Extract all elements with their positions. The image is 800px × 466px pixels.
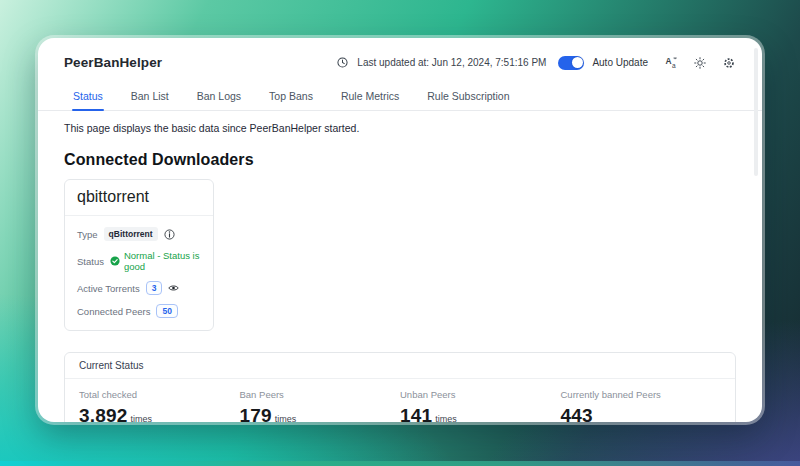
eye-icon[interactable] <box>168 283 179 294</box>
auto-update-label: Auto Update <box>592 57 648 68</box>
connected-peers-row: Connected Peers 50 <box>77 304 201 318</box>
language-switch-icon[interactable]: Aa <box>664 56 678 70</box>
type-badge: qBittorrent <box>104 227 158 241</box>
downloader-details: Type qBittorrent Status Normal - Status … <box>65 216 213 330</box>
stat-suffix: times <box>131 414 153 422</box>
stats-row: Total checked 3,892 times Ban Peers 179 … <box>65 379 735 422</box>
stat-total-checked: Total checked 3,892 times <box>79 389 240 422</box>
status-text: Normal - Status is good <box>124 250 201 272</box>
background-accent-strip <box>0 461 800 466</box>
header-controls: Last updated at: Jun 12, 2024, 7:51:16 P… <box>335 56 736 70</box>
type-label: Type <box>77 229 98 240</box>
stat-label: Currently banned Peers <box>561 389 722 400</box>
scrollbar[interactable] <box>754 48 758 176</box>
auto-update-toggle[interactable] <box>558 56 584 70</box>
stat-suffix: times <box>275 414 297 422</box>
current-status-panel: Current Status Total checked 3,892 times… <box>64 352 736 422</box>
tab-rule-subscription[interactable]: Rule Subscription <box>426 84 510 110</box>
info-icon[interactable] <box>164 229 175 240</box>
section-title-connected-downloaders: Connected Downloaders <box>64 151 736 169</box>
app-title: PeerBanHelper <box>64 55 162 70</box>
gear-icon[interactable] <box>722 56 736 70</box>
active-torrents-row: Active Torrents 3 <box>77 281 201 295</box>
svg-text:A: A <box>665 56 671 66</box>
stat-value: 141 <box>400 405 432 422</box>
app-window: PeerBanHelper Last updated at: Jun 12, 2… <box>38 38 762 422</box>
stat-unban-peers: Unban Peers 141 times <box>400 389 561 422</box>
clock-icon <box>335 56 349 70</box>
downloader-type-row: Type qBittorrent <box>77 227 201 241</box>
stat-label: Ban Peers <box>240 389 401 400</box>
stat-suffix: times <box>435 414 457 422</box>
tab-bar: Status Ban List Ban Logs Top Bans Rule M… <box>38 84 762 111</box>
tab-top-bans[interactable]: Top Bans <box>268 84 314 110</box>
connected-peers-label: Connected Peers <box>77 306 150 317</box>
status-label: Status <box>77 256 104 267</box>
downloader-status-row: Status Normal - Status is good <box>77 250 201 272</box>
stat-label: Unban Peers <box>400 389 561 400</box>
svg-text:a: a <box>671 62 675 69</box>
tab-status[interactable]: Status <box>72 84 104 110</box>
tab-rule-metrics[interactable]: Rule Metrics <box>340 84 400 110</box>
stat-value: 443 <box>561 405 593 422</box>
active-torrents-badge: 3 <box>146 281 163 295</box>
active-torrents-label: Active Torrents <box>77 283 140 294</box>
tab-ban-list[interactable]: Ban List <box>130 84 170 110</box>
sun-icon[interactable] <box>693 56 707 70</box>
last-updated-text: Last updated at: Jun 12, 2024, 7:51:16 P… <box>357 57 546 68</box>
stat-currently-banned: Currently banned Peers 443 <box>561 389 722 422</box>
tab-ban-logs[interactable]: Ban Logs <box>196 84 242 110</box>
check-circle-icon <box>110 256 120 267</box>
downloader-card: qbittorrent Type qBittorrent Status Norm… <box>64 179 214 331</box>
page-description: This page displays the basic data since … <box>38 111 762 134</box>
status-value: Normal - Status is good <box>110 250 201 272</box>
stat-ban-peers: Ban Peers 179 times <box>240 389 401 422</box>
downloader-name: qbittorrent <box>65 180 213 216</box>
toggle-knob <box>572 57 583 68</box>
current-status-title: Current Status <box>65 353 735 379</box>
stat-label: Total checked <box>79 389 240 400</box>
app-header: PeerBanHelper Last updated at: Jun 12, 2… <box>38 38 762 78</box>
stat-value: 3,892 <box>79 405 128 422</box>
stat-value: 179 <box>240 405 272 422</box>
connected-peers-badge: 50 <box>156 304 177 318</box>
